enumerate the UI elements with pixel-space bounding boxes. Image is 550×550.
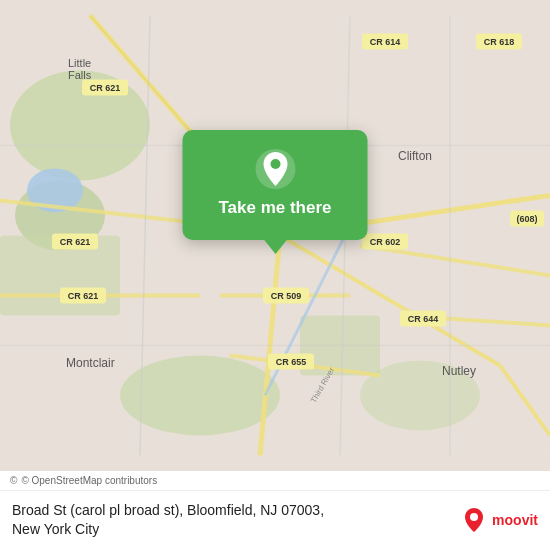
copyright-icon: ©: [10, 475, 17, 486]
svg-point-4: [120, 355, 280, 435]
moovit-brand-name: moovit: [492, 512, 538, 528]
svg-text:CR 621: CR 621: [68, 291, 99, 301]
svg-text:Nutley: Nutley: [442, 364, 476, 378]
svg-point-1: [10, 70, 150, 180]
svg-text:CR 509: CR 509: [271, 291, 302, 301]
bottom-bar: Broad St (carol pl broad st), Bloomfield…: [0, 490, 550, 550]
svg-text:Montclair: Montclair: [66, 356, 115, 370]
address-line2: New York City: [12, 521, 99, 537]
svg-text:CR 602: CR 602: [370, 237, 401, 247]
svg-point-55: [470, 513, 478, 521]
moovit-logo: moovit: [460, 506, 538, 534]
address-text: Broad St (carol pl broad st), Bloomfield…: [12, 501, 450, 540]
attribution-text: © OpenStreetMap contributors: [21, 475, 157, 486]
svg-text:CR 621: CR 621: [90, 83, 121, 93]
attribution-bar: © © OpenStreetMap contributors: [0, 471, 550, 490]
svg-text:Clifton: Clifton: [398, 149, 432, 163]
svg-text:CR 621: CR 621: [60, 237, 91, 247]
svg-text:Falls: Falls: [68, 69, 92, 81]
address-line1: Broad St (carol pl broad st), Bloomfield…: [12, 502, 324, 518]
svg-text:CR 618: CR 618: [484, 37, 515, 47]
svg-point-54: [270, 159, 280, 169]
popup-card: Take me there: [183, 130, 368, 240]
svg-text:Little: Little: [68, 57, 91, 69]
location-pin-icon: [254, 148, 296, 190]
svg-text:CR 614: CR 614: [370, 37, 401, 47]
svg-text:(608): (608): [516, 214, 537, 224]
map-area: CR 621 CR 621 CR 621 CR 614 CR 618 CR 6 …: [0, 0, 550, 471]
svg-text:CR 644: CR 644: [408, 314, 439, 324]
svg-text:CR 655: CR 655: [276, 357, 307, 367]
app-container: CR 621 CR 621 CR 621 CR 614 CR 618 CR 6 …: [0, 0, 550, 550]
take-me-there-button[interactable]: Take me there: [218, 198, 331, 218]
moovit-pin-icon: [460, 506, 488, 534]
